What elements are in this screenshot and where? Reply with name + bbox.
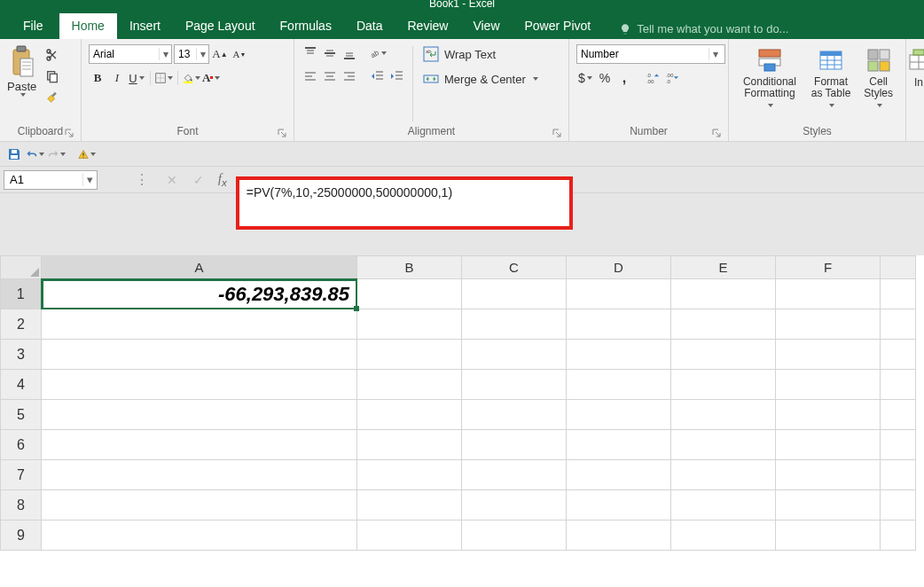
row-header-8[interactable]: 8 [1, 490, 42, 520]
cell[interactable] [357, 370, 462, 400]
font-size-input[interactable] [175, 45, 196, 63]
cell[interactable] [881, 520, 916, 551]
column-header-b[interactable]: B [357, 256, 462, 279]
align-right-button[interactable] [341, 67, 358, 85]
cell[interactable] [671, 400, 776, 430]
cell[interactable] [776, 430, 881, 460]
cell[interactable] [462, 460, 567, 490]
name-box-input[interactable] [4, 173, 82, 186]
formula-input[interactable]: =PV(7%,10,-25000000,500000000,1) [247, 185, 452, 200]
insert-cells-button[interactable]: In [913, 44, 924, 90]
cell[interactable] [776, 340, 881, 370]
tab-formulas[interactable]: Formulas [268, 13, 344, 39]
decrease-decimal-button[interactable]: .00.0 [663, 69, 681, 87]
cell[interactable] [776, 370, 881, 400]
cell[interactable] [42, 400, 357, 430]
row-header-6[interactable]: 6 [1, 430, 42, 460]
tab-insert[interactable]: Insert [117, 13, 173, 39]
dialog-launcher-icon[interactable] [712, 129, 721, 137]
cell-a1[interactable]: -66,293,839.85 [42, 279, 357, 309]
underline-button[interactable]: U [128, 69, 145, 87]
cell[interactable] [881, 370, 916, 400]
row-header-3[interactable]: 3 [1, 340, 42, 370]
number-format-combo[interactable]: ▾ [576, 44, 725, 64]
dialog-launcher-icon[interactable] [552, 129, 561, 137]
column-header-e[interactable]: E [671, 256, 776, 279]
row-header-7[interactable]: 7 [1, 460, 42, 490]
tab-page-layout[interactable]: Page Layout [173, 13, 268, 39]
redo-button[interactable] [48, 145, 66, 163]
cell[interactable] [567, 279, 671, 309]
cell[interactable] [42, 460, 357, 490]
cell[interactable] [567, 340, 671, 370]
chevron-down-icon[interactable]: ▾ [709, 48, 721, 60]
select-all-button[interactable] [1, 256, 42, 279]
orientation-button[interactable]: ab [369, 44, 387, 62]
cell[interactable] [567, 460, 671, 490]
decrease-indent-button[interactable] [369, 67, 387, 85]
column-header-d[interactable]: D [567, 256, 671, 279]
tab-file[interactable]: File [7, 13, 59, 39]
cell[interactable] [462, 490, 567, 520]
chevron-down-icon[interactable]: ▾ [159, 48, 171, 60]
cell[interactable] [42, 309, 357, 340]
cell[interactable] [567, 400, 671, 430]
cell[interactable] [671, 430, 776, 460]
cell[interactable] [567, 430, 671, 460]
cell[interactable] [462, 430, 567, 460]
row-header-5[interactable]: 5 [1, 400, 42, 430]
cell[interactable] [671, 460, 776, 490]
format-painter-button[interactable] [43, 89, 61, 106]
fx-icon[interactable]: fx [218, 172, 232, 188]
column-header-partial[interactable] [881, 256, 916, 279]
cell[interactable] [357, 430, 462, 460]
dialog-launcher-icon[interactable] [65, 129, 74, 137]
cell[interactable] [881, 279, 916, 309]
cell[interactable] [881, 340, 916, 370]
cell[interactable] [776, 490, 881, 520]
save-button[interactable] [5, 145, 23, 163]
cell[interactable] [462, 370, 567, 400]
accounting-format-button[interactable]: $ [576, 69, 594, 87]
cell[interactable] [462, 400, 567, 430]
font-name-combo[interactable]: ▾ [89, 44, 172, 64]
cell[interactable] [357, 279, 462, 309]
cell[interactable] [462, 309, 567, 340]
cell[interactable] [42, 370, 357, 400]
borders-button[interactable] [155, 69, 173, 87]
tab-home[interactable]: Home [59, 13, 117, 39]
row-header-9[interactable]: 9 [1, 520, 42, 551]
cell[interactable] [357, 340, 462, 370]
align-bottom-button[interactable] [341, 44, 358, 62]
wrap-text-button[interactable]: ab Wrap Text [419, 44, 542, 64]
decrease-font-button[interactable]: A▼ [231, 45, 248, 63]
dialog-launcher-icon[interactable] [278, 129, 286, 137]
comma-format-button[interactable]: , [615, 69, 633, 87]
cell[interactable] [776, 400, 881, 430]
cell[interactable] [671, 340, 776, 370]
font-name-input[interactable] [90, 45, 159, 63]
cell[interactable] [671, 370, 776, 400]
cell[interactable] [42, 520, 357, 551]
cell[interactable] [357, 400, 462, 430]
cancel-formula-button[interactable]: ✕ [163, 171, 181, 189]
cell-styles-button[interactable]: Cell Styles [858, 44, 898, 113]
cell[interactable] [357, 520, 462, 551]
number-format-input[interactable] [577, 45, 709, 63]
cell[interactable] [671, 309, 776, 340]
font-color-button[interactable]: A [202, 69, 220, 87]
column-header-a[interactable]: A [42, 256, 357, 279]
chevron-down-icon[interactable]: ▾ [82, 173, 97, 186]
font-size-combo[interactable]: ▾ [174, 44, 209, 64]
increase-indent-button[interactable] [388, 67, 406, 85]
tab-view[interactable]: View [460, 13, 512, 39]
cell[interactable] [357, 309, 462, 340]
align-middle-button[interactable] [321, 44, 339, 62]
chevron-down-icon[interactable]: ▾ [196, 48, 208, 60]
cell[interactable] [42, 430, 357, 460]
tab-power-pivot[interactable]: Power Pivot [513, 13, 604, 39]
tab-data[interactable]: Data [344, 13, 395, 39]
copy-button[interactable] [43, 67, 61, 85]
cell[interactable] [671, 279, 776, 309]
merge-center-button[interactable]: Merge & Center [419, 69, 542, 89]
